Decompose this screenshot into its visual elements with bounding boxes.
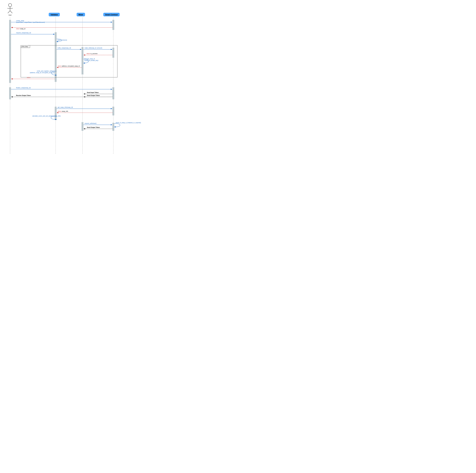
validator-actor-box: Validator	[49, 13, 60, 16]
m8-label: encrypt_swap_id(swap_id, private_key)	[84, 58, 98, 61]
svg-rect-14	[112, 123, 114, 131]
svg-rect-11	[112, 48, 114, 58]
svg-line-36	[8, 11, 10, 13]
svg-rect-10	[112, 20, 114, 30]
m12-label: finalize_swap(swap_id)	[16, 87, 31, 88]
smartcontract-actor-box: Smart Contract	[103, 13, 120, 16]
m2-label: return swap_id	[16, 28, 25, 30]
svg-point-33	[8, 3, 12, 7]
sequence-diagram-svg	[0, 0, 159, 158]
diagram-container: User Validator Miner Smart Contract mine…	[0, 0, 159, 158]
svg-rect-8	[82, 47, 84, 74]
m15-label: Receive Output Token	[16, 95, 31, 96]
loop-label: miner loop	[21, 45, 28, 47]
m16-label: get_swap_info(swap_id)	[58, 106, 73, 108]
m18-label: calculate_score_and_set_weights(swap_inf…	[32, 115, 61, 117]
svg-rect-12	[112, 87, 114, 99]
m14-label: Send Output Token	[87, 95, 100, 96]
m9-return: return	[58, 65, 61, 67]
m4-label: select_miners()	[57, 39, 67, 41]
m2-return: return	[16, 28, 20, 30]
m7-label: return is_success	[86, 53, 98, 54]
user-label: User	[7, 14, 13, 16]
m21-label: check_if_swap_is_finalized_or_expired()	[116, 122, 141, 123]
m13-label: Send Input Token	[87, 92, 99, 93]
m2-value: swap_id	[20, 28, 25, 30]
m11-label: return	[27, 77, 31, 78]
svg-rect-5	[9, 87, 11, 99]
m1-params: (inputToken, outputToken, inputTokenAmou…	[16, 21, 45, 23]
m20-label: Send Output Token	[87, 126, 100, 128]
m11-return: return	[27, 77, 31, 78]
m1-func: create_swap	[16, 20, 24, 21]
m17-value: swap_info	[62, 110, 68, 112]
m3-label: request_swap(swap_id)	[16, 32, 31, 34]
m17-return: return	[58, 110, 61, 112]
svg-rect-4	[9, 20, 11, 83]
m9-label: return address, encrypted_swap_id	[58, 65, 80, 67]
svg-rect-6	[55, 32, 57, 82]
user-actor: User	[7, 3, 13, 16]
miner-actor-box: Miner	[77, 13, 85, 16]
m10-label: verify_and_register_address(address, swa…	[29, 70, 55, 73]
m17-label: return swap_info	[58, 110, 68, 112]
m6-label: make_bid(swap_id, amount)	[85, 47, 102, 49]
svg-rect-7	[55, 107, 57, 120]
svg-line-37	[10, 11, 12, 13]
m5-label: notify_swap(swap_id)	[57, 47, 71, 49]
svg-rect-9	[82, 122, 84, 131]
m19-label: request_withdraw()	[85, 123, 96, 124]
m7-return: return	[86, 53, 90, 54]
m1-label: create_swap (inputToken, outputToken, in…	[16, 20, 45, 23]
m9-value: address, encrypted_swap_id	[62, 65, 80, 67]
m7-value: is_success	[90, 53, 97, 54]
stick-figure	[7, 3, 13, 13]
svg-rect-13	[112, 107, 114, 115]
